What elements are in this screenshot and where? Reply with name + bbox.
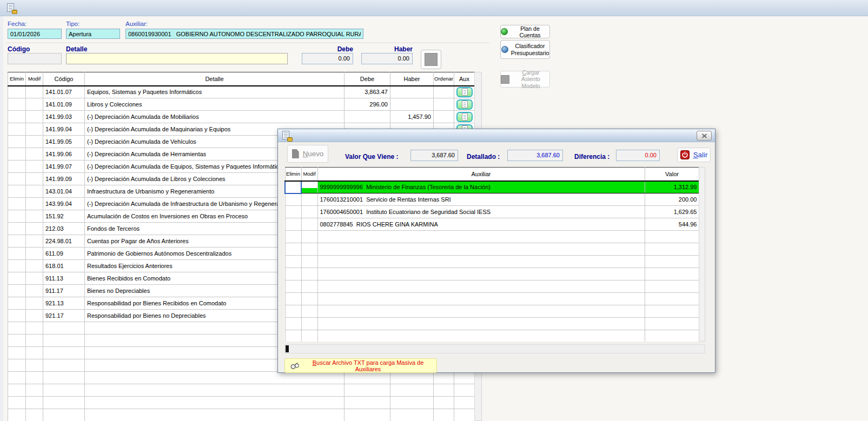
aux-row-empty[interactable] xyxy=(285,305,699,318)
codigo-input[interactable] xyxy=(8,53,62,64)
elimin-cell xyxy=(285,243,301,256)
aux-row-empty[interactable] xyxy=(285,268,699,280)
scrollbar-thumb[interactable] xyxy=(286,345,289,352)
debe-cell xyxy=(344,384,390,397)
detalle-cell: Libros y Colecciones xyxy=(85,98,344,111)
aux-cell xyxy=(454,397,475,409)
codigo-cell xyxy=(43,409,85,421)
tipo-label: Tipo: xyxy=(66,21,79,27)
journal-row-empty[interactable] xyxy=(8,384,475,397)
aux-row-empty[interactable] xyxy=(285,293,699,305)
document-icon xyxy=(462,113,468,121)
codigo-label: Código xyxy=(8,45,30,53)
aux-row-selected[interactable]: 9999999999996 Ministerio de Finanzas (Te… xyxy=(285,181,699,193)
dialog-close-button[interactable] xyxy=(697,131,712,141)
dialog-titlebar xyxy=(278,129,715,142)
valor-cell: 200.00 xyxy=(645,193,699,206)
auxiliar-cell xyxy=(317,293,645,305)
aux-cell xyxy=(454,86,475,98)
modif-cell xyxy=(26,111,43,123)
elimin-cell xyxy=(285,193,301,206)
elimin-cell xyxy=(8,111,26,123)
salir-button[interactable]: Salir xyxy=(677,148,711,162)
column-header-auxiliar: Auxiliar xyxy=(317,168,645,181)
modif-cell xyxy=(26,297,43,310)
modif-cell xyxy=(26,173,43,185)
aux-row-empty[interactable] xyxy=(285,318,699,330)
entry-action-button[interactable] xyxy=(421,50,441,69)
aux-row[interactable]: 1760004650001 Instituto Ecuatoriano de S… xyxy=(285,206,699,218)
journal-row-empty[interactable] xyxy=(8,372,475,384)
dialog-grid-horizontal-scrollbar[interactable] xyxy=(284,344,705,353)
clasificador-presupuestario-button[interactable]: Clasificador Presupuestario xyxy=(500,40,550,59)
journal-row-empty[interactable] xyxy=(8,409,475,421)
modif-cell xyxy=(26,272,43,285)
aux-detail-button[interactable] xyxy=(456,112,473,122)
elimin-cell xyxy=(285,318,301,330)
aux-row-empty[interactable] xyxy=(285,330,699,342)
codigo-cell: 141.99.09 xyxy=(43,173,85,185)
journal-row[interactable]: 141.99.03(-) Depreciación Acumulada de M… xyxy=(8,111,475,123)
journal-coins-icon xyxy=(282,131,290,141)
elimin-cell xyxy=(8,173,26,185)
modif-cell xyxy=(26,384,43,397)
nuevo-button[interactable]: Nuevo xyxy=(287,145,328,163)
valor-cell xyxy=(645,293,699,305)
fecha-input[interactable] xyxy=(8,29,62,39)
valor-que-viene-box: 3,687.60 xyxy=(410,150,458,161)
valor-cell xyxy=(645,330,699,342)
aux-row-empty[interactable] xyxy=(285,231,699,243)
detalle-cell: (-) Depreciación Acumulada de Mobiliario… xyxy=(85,111,344,123)
valor-que-viene-label: Valor Que Viene : xyxy=(345,153,398,161)
modif-cell xyxy=(26,223,43,235)
auxiliar-cell xyxy=(317,256,645,268)
plan-de-cuentas-label: Plan de Cuentas xyxy=(511,25,549,38)
cargar-asiento-modelo-button[interactable]: Cargar Asiento Modelo xyxy=(500,71,550,88)
codigo-cell xyxy=(43,322,85,335)
tipo-input[interactable] xyxy=(66,29,120,39)
aux-row-empty[interactable] xyxy=(285,280,699,293)
journal-row[interactable]: 141.01.07Equipos, Sistemas y Paquetes In… xyxy=(8,86,475,98)
codigo-cell: 143.01.04 xyxy=(43,185,85,198)
auxiliar-cell xyxy=(317,231,645,243)
codigo-cell: 224.98.01 xyxy=(43,235,85,248)
journal-row-empty[interactable] xyxy=(8,397,475,409)
modif-cell xyxy=(301,305,317,318)
ordenar-cell xyxy=(434,397,454,409)
aux-row-empty[interactable] xyxy=(285,256,699,268)
aux-detail-button[interactable] xyxy=(456,87,473,97)
plan-de-cuentas-button[interactable]: Plan de Cuentas xyxy=(500,25,550,38)
fecha-label: Fecha: xyxy=(8,21,26,27)
elimin-cell xyxy=(8,235,26,248)
column-header-modif: Modif xyxy=(301,168,317,181)
elimin-cell xyxy=(285,231,301,243)
aux-row[interactable]: 1760013210001 Servicio de Rentas Interna… xyxy=(285,193,699,206)
valor-cell: 544.96 xyxy=(645,218,699,231)
column-header-modif: Modif xyxy=(26,72,43,86)
codigo-cell: 141.01.07 xyxy=(43,86,85,98)
detalle-input[interactable] xyxy=(66,53,288,64)
journal-row[interactable]: 141.01.09Libros y Colecciones296.00 xyxy=(8,98,475,111)
dialog-grid-vertical-scrollbar[interactable] xyxy=(699,167,705,342)
modif-cell xyxy=(26,123,43,136)
auxiliar-cell xyxy=(317,280,645,293)
elimin-cell xyxy=(8,260,26,272)
debe-label: Debe xyxy=(303,45,353,53)
codigo-cell: 611.09 xyxy=(43,248,85,260)
aux-row-empty[interactable] xyxy=(285,243,699,256)
codigo-cell: 212.03 xyxy=(43,223,85,235)
modif-cell xyxy=(26,235,43,248)
modif-cell xyxy=(301,231,317,243)
ordenar-cell xyxy=(434,111,454,123)
elimin-cell xyxy=(285,330,301,342)
auxiliar-input[interactable] xyxy=(125,29,363,39)
salir-label: Salir xyxy=(693,151,708,159)
aux-detail-button[interactable] xyxy=(456,99,473,110)
aux-row[interactable]: 0802778845 RIOS CHERE GINA KARMINA544.96 xyxy=(285,218,699,231)
haber-cell xyxy=(390,384,434,397)
modif-cell xyxy=(301,243,317,256)
valor-cell: 1,629.65 xyxy=(645,206,699,218)
modif-cell xyxy=(26,322,43,335)
buscar-txt-button[interactable]: Buscar Archivo TXT para carga Masiva de … xyxy=(284,358,437,373)
haber-label: Haber xyxy=(362,45,413,53)
